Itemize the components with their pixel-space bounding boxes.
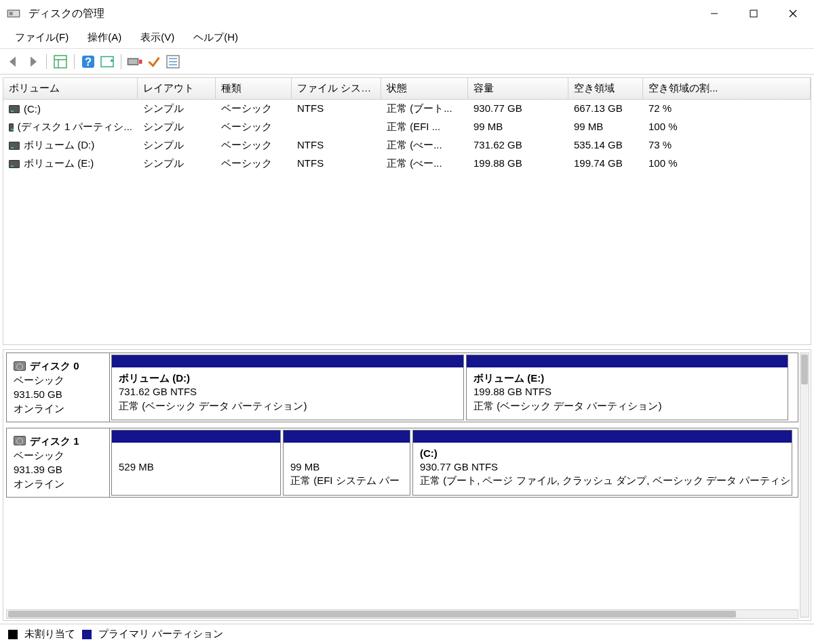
minimize-button[interactable]: [695, 0, 734, 27]
menu-action[interactable]: 操作(A): [78, 27, 131, 48]
maximize-button[interactable]: [734, 0, 773, 27]
legend-label-unallocated: 未割り当て: [24, 628, 75, 641]
volume-fs-cell: [292, 119, 381, 135]
volume-fs-cell: NTFS: [292, 138, 381, 153]
toolbar-separator: [121, 54, 121, 69]
menu-help[interactable]: ヘルプ(H): [184, 27, 248, 48]
partition-status: 正常 (ベーシック データ パーティション): [473, 399, 781, 413]
help-icon[interactable]: ?: [80, 54, 96, 70]
connection-icon[interactable]: [127, 54, 143, 70]
column-header-status[interactable]: 状態: [381, 78, 468, 99]
scrollbar-thumb[interactable]: [8, 611, 736, 618]
partition-body: 529 MB: [112, 443, 280, 481]
volume-pct-cell: 100 %: [643, 156, 811, 172]
disk-name: ディスク 1: [30, 434, 79, 448]
disk-type: ベーシック: [14, 373, 102, 387]
check-icon[interactable]: [146, 54, 162, 70]
volume-pct-cell: 73 %: [643, 138, 811, 153]
column-header-free-pct[interactable]: 空き領域の割...: [643, 78, 811, 99]
partition-size: 529 MB: [119, 460, 273, 474]
partition[interactable]: ボリューム (E:)199.88 GB NTFS正常 (ベーシック データ パー…: [466, 355, 788, 420]
volume-name-cell: (ディスク 1 パーティシ...: [3, 119, 138, 135]
partition-header-bar: [284, 430, 410, 443]
partition-label: ボリューム (E:): [473, 371, 781, 385]
volume-capacity-cell: 99 MB: [468, 119, 568, 135]
volumes-header-row: ボリューム レイアウト 種類 ファイル システム 状態 容量 空き領域 空き領域…: [3, 78, 811, 100]
column-header-type[interactable]: 種類: [216, 78, 292, 99]
disk-type: ベーシック: [14, 448, 102, 462]
toolbar-separator: [74, 54, 75, 69]
svg-rect-12: [128, 58, 138, 64]
volumes-body: (C:)シンプルベーシックNTFS正常 (ブート...930.77 GB667.…: [3, 100, 811, 344]
volume-capacity-cell: 199.88 GB: [468, 156, 568, 172]
disk-row[interactable]: ディスク 0ベーシック931.50 GBオンラインボリューム (D:)731.6…: [6, 353, 798, 422]
partition-size: 731.62 GB NTFS: [119, 385, 457, 399]
volume-layout-cell: シンプル: [138, 119, 216, 135]
legend: 未割り当て プライマリ パーティション: [0, 624, 814, 644]
drive-icon: [9, 160, 20, 168]
hdd-icon: [14, 361, 26, 371]
volume-fs-cell: NTFS: [292, 101, 381, 117]
volume-row[interactable]: (ディスク 1 パーティシ...シンプルベーシック正常 (EFI ...99 M…: [3, 118, 811, 136]
volume-row[interactable]: ボリューム (D:)シンプルベーシックNTFS正常 (べー...731.62 G…: [3, 136, 811, 155]
volume-row[interactable]: ボリューム (E:)シンプルベーシックNTFS正常 (べー...199.88 G…: [3, 155, 811, 173]
forward-icon[interactable]: [24, 54, 41, 70]
column-header-layout[interactable]: レイアウト: [138, 78, 216, 99]
app-icon: [7, 7, 20, 20]
legend-label-primary: プライマリ パーティション: [98, 628, 223, 641]
volume-fs-cell: NTFS: [292, 156, 381, 172]
volume-type-cell: ベーシック: [216, 138, 292, 153]
window-controls: [695, 0, 813, 27]
column-header-filesystem[interactable]: ファイル システム: [292, 78, 381, 99]
legend-swatch-primary: [82, 630, 92, 639]
volumes-pane[interactable]: ボリューム レイアウト 種類 ファイル システム 状態 容量 空き領域 空き領域…: [3, 77, 811, 345]
titlebar: ディスクの管理: [0, 0, 814, 27]
partition-status: 正常 (ブート, ページ ファイル, クラッシュ ダンプ, ベーシック データ …: [420, 474, 785, 487]
volume-type-cell: ベーシック: [216, 101, 292, 117]
list-icon[interactable]: [165, 54, 181, 70]
volume-layout-cell: シンプル: [138, 156, 216, 172]
refresh-icon[interactable]: [99, 54, 115, 70]
drive-icon: [9, 142, 20, 150]
partition-header-bar: [112, 430, 280, 443]
volume-type-cell: ベーシック: [216, 156, 292, 172]
horizontal-scrollbar[interactable]: [6, 609, 798, 619]
disk-info: ディスク 0ベーシック931.50 GBオンライン: [7, 353, 110, 422]
partition-body: (C:)930.77 GB NTFS正常 (ブート, ページ ファイル, クラッ…: [413, 443, 792, 495]
disk-status: オンライン: [14, 477, 102, 491]
menu-file[interactable]: ファイル(F): [5, 27, 78, 48]
partition[interactable]: 99 MB正常 (EFI システム パー: [283, 430, 410, 496]
partition[interactable]: (C:)930.77 GB NTFS正常 (ブート, ページ ファイル, クラッ…: [412, 430, 792, 496]
scrollbar-thumb[interactable]: [801, 355, 808, 384]
vertical-scrollbar[interactable]: [800, 353, 809, 618]
disk-row[interactable]: ディスク 1ベーシック931.39 GBオンライン 529 MB 99 MB正常…: [6, 428, 798, 498]
volume-type-cell: ベーシック: [216, 119, 292, 135]
volume-row[interactable]: (C:)シンプルベーシックNTFS正常 (ブート...930.77 GB667.…: [3, 100, 811, 118]
volume-capacity-cell: 930.77 GB: [468, 101, 568, 117]
partition[interactable]: 529 MB: [111, 430, 281, 496]
svg-text:?: ?: [85, 56, 92, 68]
menu-view[interactable]: 表示(V): [131, 27, 184, 48]
volume-free-cell: 535.14 GB: [568, 138, 643, 153]
partition-label: (C:): [420, 447, 785, 460]
disk-partitions: ボリューム (D:)731.62 GB NTFS正常 (ベーシック データ パー…: [110, 353, 798, 422]
partition-size: 99 MB: [290, 460, 403, 474]
partition-body: ボリューム (D:)731.62 GB NTFS正常 (ベーシック データ パー…: [112, 367, 463, 420]
drive-icon: [9, 105, 20, 113]
disk-size: 931.39 GB: [14, 462, 102, 477]
column-header-free[interactable]: 空き領域: [568, 78, 643, 99]
volume-capacity-cell: 731.62 GB: [468, 138, 568, 153]
details-icon[interactable]: [52, 54, 69, 70]
column-header-capacity[interactable]: 容量: [468, 78, 568, 99]
hdd-icon: [14, 436, 26, 445]
back-icon[interactable]: [5, 54, 22, 70]
partition[interactable]: ボリューム (D:)731.62 GB NTFS正常 (ベーシック データ パー…: [111, 355, 464, 420]
volume-layout-cell: シンプル: [138, 138, 216, 153]
svg-rect-13: [139, 60, 142, 64]
toolbar: ?: [0, 49, 814, 75]
partition-body: 99 MB正常 (EFI システム パー: [284, 443, 410, 495]
disks-pane[interactable]: ディスク 0ベーシック931.50 GBオンラインボリューム (D:)731.6…: [3, 349, 811, 621]
close-button[interactable]: [773, 0, 813, 27]
partition-status: 正常 (EFI システム パー: [290, 474, 403, 487]
column-header-volume[interactable]: ボリューム: [3, 78, 138, 99]
